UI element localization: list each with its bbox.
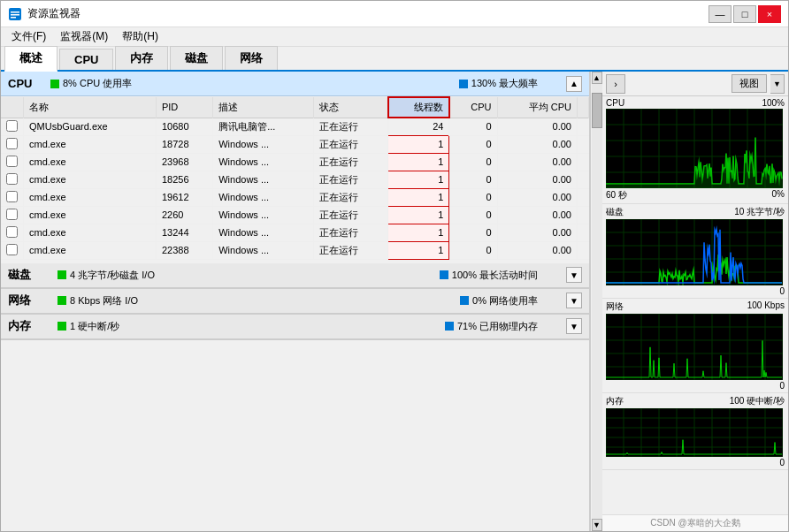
process-pid: 22388 <box>156 241 212 259</box>
col-cpu-header[interactable]: CPU <box>449 97 497 118</box>
process-checkbox[interactable] <box>6 209 18 220</box>
process-status: 正在运行 <box>314 206 388 224</box>
process-desc: Windows ... <box>213 206 314 224</box>
network-section-header[interactable]: 网络 8 Kbps 网络 I/O 0% 网络使用率 ▼ <box>1 289 589 314</box>
tab-overview[interactable]: 概述 <box>4 46 57 72</box>
process-checkbox[interactable] <box>6 156 18 167</box>
maximize-button[interactable]: □ <box>733 5 756 23</box>
table-row: cmd.exe13244Windows ...正在运行100.00 <box>1 224 589 241</box>
memory-interrupts-dot <box>57 322 66 331</box>
process-threads: 1 <box>388 224 449 241</box>
disk-expand-button[interactable]: ▼ <box>566 267 582 283</box>
process-name: QMUsbGuard.exe <box>24 118 157 135</box>
table-row: cmd.exe18728Windows ...正在运行100.00 <box>1 135 589 153</box>
memory-expand-button[interactable]: ▼ <box>566 318 582 334</box>
cpu-chart-title: CPU <box>606 98 624 108</box>
process-checkbox[interactable] <box>6 120 18 132</box>
process-checkbox[interactable] <box>6 173 18 185</box>
cpu-chart-footer: 60 秒 0% <box>606 189 785 201</box>
menu-help[interactable]: 帮助(H) <box>115 27 165 46</box>
process-cpu: 0 <box>449 224 497 241</box>
process-name: cmd.exe <box>24 153 157 171</box>
network-chart-footer: 0 <box>606 381 785 391</box>
cpu-expand-button[interactable]: ▲ <box>566 76 582 92</box>
table-row: cmd.exe18256Windows ...正在运行100.00 <box>1 171 589 188</box>
table-row: cmd.exe2260Windows ...正在运行100.00 <box>1 206 589 224</box>
cpu-section-header[interactable]: CPU 8% CPU 使用率 130% 最大频率 ▲ <box>1 72 589 96</box>
col-threads-header[interactable]: 线程数 <box>388 97 449 118</box>
process-name: cmd.exe <box>24 206 157 224</box>
process-threads: 1 <box>388 153 449 171</box>
process-pid: 19612 <box>156 188 212 206</box>
process-avg-cpu: 0.00 <box>497 206 577 224</box>
process-checkbox[interactable] <box>6 191 18 202</box>
memory-used-dot <box>445 322 454 331</box>
tab-memory[interactable]: 内存 <box>115 46 168 70</box>
process-avg-cpu: 0.00 <box>497 241 577 259</box>
process-cpu: 0 <box>449 118 497 135</box>
svg-rect-2 <box>11 14 19 16</box>
memory-chart-header: 内存 100 硬中断/秒 <box>606 395 785 407</box>
disk-chart <box>606 219 783 285</box>
left-scrollbar[interactable]: ▲ ▼ <box>590 72 602 531</box>
process-cpu: 0 <box>449 188 497 206</box>
view-dropdown-button[interactable]: ▼ <box>770 74 785 94</box>
disk-chart-header: 磁盘 10 兆字节/秒 <box>606 206 785 218</box>
process-desc: 腾讯电脑管... <box>213 118 314 135</box>
svg-rect-3 <box>11 17 16 19</box>
title-bar: 资源监视器 — □ × <box>1 1 788 27</box>
memory-chart-footer: 0 <box>606 458 785 467</box>
view-button[interactable]: 视图 <box>732 74 767 93</box>
process-name: cmd.exe <box>24 224 157 241</box>
network-chart-value: 100 Kbps <box>747 300 785 313</box>
memory-section: 内存 1 硬中断/秒 71% 已用物理内存 ▼ <box>1 315 589 340</box>
window-title: 资源监视器 <box>27 6 80 21</box>
process-status: 正在运行 <box>314 241 388 259</box>
tab-disk[interactable]: 磁盘 <box>170 46 223 70</box>
col-scroll-spacer <box>578 97 589 118</box>
process-checkbox[interactable] <box>6 138 18 149</box>
scroll-up-button[interactable]: ▲ <box>592 72 602 84</box>
nav-back-button[interactable]: › <box>606 74 625 94</box>
col-checkbox <box>1 97 24 118</box>
col-avgcpu-header[interactable]: 平均 CPU <box>497 97 577 118</box>
minimize-button[interactable]: — <box>709 5 732 23</box>
process-desc: Windows ... <box>213 171 314 188</box>
tab-cpu[interactable]: CPU <box>59 49 113 70</box>
scroll-thumb[interactable] <box>592 93 602 128</box>
col-name-header[interactable]: 名称 <box>24 97 157 118</box>
process-avg-cpu: 0.00 <box>497 224 577 241</box>
disk-section-header[interactable]: 磁盘 4 兆字节/秒磁盘 I/O 100% 最长活动时间 ▼ <box>1 263 589 288</box>
col-status-header[interactable]: 状态 <box>314 97 388 118</box>
scroll-track[interactable] <box>592 84 602 519</box>
col-desc-header[interactable]: 描述 <box>213 97 314 118</box>
network-chart-title: 网络 <box>606 300 624 313</box>
network-stat-io: 8 Kbps 网络 I/O <box>57 294 138 308</box>
memory-section-header[interactable]: 内存 1 硬中断/秒 71% 已用物理内存 ▼ <box>1 315 589 339</box>
process-status: 正在运行 <box>314 224 388 241</box>
table-row: QMUsbGuard.exe10680腾讯电脑管...正在运行2400.00 <box>1 118 589 135</box>
menu-monitor[interactable]: 监视器(M) <box>53 27 115 46</box>
network-expand-button[interactable]: ▼ <box>566 293 582 308</box>
process-cpu: 0 <box>449 206 497 224</box>
process-checkbox[interactable] <box>6 226 18 238</box>
process-checkbox[interactable] <box>6 244 18 255</box>
process-threads: 1 <box>388 171 449 188</box>
menu-file[interactable]: 文件(F) <box>4 27 53 46</box>
watermark-text: CSDN @寒暗的大企鹅 <box>602 514 788 531</box>
svg-rect-1 <box>11 11 19 13</box>
process-cpu: 0 <box>449 135 497 153</box>
col-pid-header[interactable]: PID <box>156 97 212 118</box>
network-io-text: 8 Kbps 网络 I/O <box>70 294 138 308</box>
network-usage-text: 0% 网络使用率 <box>472 294 538 308</box>
network-chart-header: 网络 100 Kbps <box>606 300 785 313</box>
process-table[interactable]: 名称 PID 描述 状态 线程数 CPU 平均 CPU QMUsbG <box>1 96 589 263</box>
close-button[interactable]: × <box>758 5 781 23</box>
memory-chart-section: 内存 100 硬中断/秒 0 <box>602 393 788 470</box>
cpu-section: CPU 8% CPU 使用率 130% 最大频率 ▲ <box>1 72 589 263</box>
process-status: 正在运行 <box>314 153 388 171</box>
tab-network[interactable]: 网络 <box>225 46 278 70</box>
app-icon <box>8 7 22 21</box>
scroll-down-button[interactable]: ▼ <box>592 519 602 531</box>
process-pid: 23968 <box>156 153 212 171</box>
